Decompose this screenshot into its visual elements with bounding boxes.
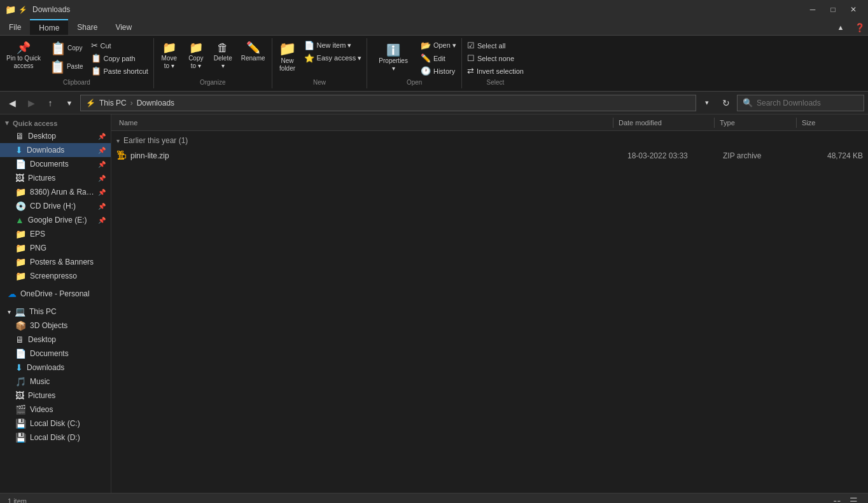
tab-home[interactable]: Home [30, 19, 68, 35]
sidebar-item-pictures[interactable]: 🖼 Pictures 📌 [0, 171, 111, 185]
sidebar-item-onedrive[interactable]: ☁ OneDrive - Personal [0, 287, 111, 301]
search-box[interactable]: 🔍 [737, 95, 864, 111]
sidebar-item-postersbanners[interactable]: 📁 Posters & Banners [0, 255, 111, 269]
copy-to-icon: 📁 [189, 42, 203, 53]
maximize-button[interactable]: □ [823, 3, 843, 16]
path-downloads[interactable]: Downloads [137, 99, 174, 107]
paste-button[interactable]: 📋 Paste [46, 58, 87, 76]
new-item-button[interactable]: 📄 New item ▾ [302, 39, 365, 52]
edit-label: Edit [433, 55, 445, 62]
path-dropdown-button[interactable]: ▾ [699, 95, 715, 111]
back-button[interactable]: ◀ [4, 95, 20, 111]
zip-file-icon: 🗜 [116, 150, 127, 162]
sidebar-item-png[interactable]: 📁 PNG [0, 241, 111, 255]
pin-to-quick-access-button[interactable]: 📌 Pin to Quickaccess [3, 39, 45, 72]
sidebar-item-localc[interactable]: 💾 Local Disk (C:) [0, 417, 111, 431]
delete-button[interactable]: 🗑 Delete▾ [210, 39, 236, 72]
file-size: 48,724 KB [799, 151, 863, 160]
pin-label: Pin to Quickaccess [6, 55, 41, 70]
edit-button[interactable]: ✏️ Edit [418, 52, 459, 64]
col-header-date[interactable]: Date modified [616, 119, 711, 127]
sidebar-item-pc-desktop[interactable]: 🖥 Desktop [0, 333, 111, 347]
invert-icon: ⇄ [467, 66, 474, 76]
cut-button[interactable]: ✂ Cut [88, 39, 151, 52]
paste-shortcut-button[interactable]: 📋 Paste shortcut [88, 65, 151, 77]
help-button[interactable]: ❓ [851, 19, 868, 36]
sidebar-item-screenpresso[interactable]: 📁 Screenpresso [0, 269, 111, 283]
forward-button[interactable]: ▶ [23, 95, 39, 111]
move-icon: 📁 [162, 42, 176, 53]
documents-icon: 📄 [15, 159, 26, 169]
move-to-button[interactable]: 📁 Moveto ▾ [157, 39, 182, 72]
copy-path-button[interactable]: 📋 Copy path [88, 52, 151, 64]
sidebar-item-eps[interactable]: 📁 EPS [0, 227, 111, 241]
sidebar-item-documents[interactable]: 📄 Documents 📌 [0, 157, 111, 171]
col-header-type[interactable]: Type [717, 119, 794, 127]
sidebar-item-cddrive[interactable]: 💿 CD Drive (H:) 📌 [0, 199, 111, 213]
sidebar-item-pc-downloads[interactable]: ⬇ Downloads [0, 361, 111, 375]
group-header-earlier[interactable]: ▾ Earlier this year (1) [111, 131, 868, 148]
sidebar-item-downloads[interactable]: ⬇ Downloads 📌 [0, 143, 111, 157]
ribbon-group-new: 📁 Newfolder 📄 New item ▾ ⭐ Easy access ▾… [272, 38, 368, 88]
move-label: Moveto ▾ [162, 55, 177, 70]
select-all-button[interactable]: ☑ Select all [465, 39, 526, 52]
cut-col: ✂ Cut 📋 Copy path 📋 Paste shortcut [88, 39, 151, 77]
close-button[interactable]: ✕ [844, 3, 863, 16]
open-button[interactable]: 📂 Open ▾ [418, 39, 459, 52]
downloads-label: Downloads [27, 146, 64, 155]
up-button[interactable]: ↑ [42, 95, 59, 111]
history-button[interactable]: 🕐 History [418, 65, 459, 77]
sidebar-item-thispc[interactable]: ▾ 💻 This PC [0, 305, 111, 319]
properties-button[interactable]: ℹ️ Properties▾ [375, 42, 412, 75]
refresh-button[interactable]: ↻ [718, 95, 734, 111]
delete-icon: 🗑 [217, 42, 228, 53]
main-area: ▾ Quick access 🖥 Desktop 📌 ⬇ Downloads 📌… [0, 114, 868, 493]
copy-to-button[interactable]: 📁 Copyto ▾ [183, 39, 209, 72]
new-folder-button[interactable]: 📁 Newfolder [275, 39, 300, 75]
open-group-label: Open [370, 79, 459, 87]
invert-label: Invert selection [477, 67, 524, 75]
sidebar-item-music[interactable]: 🎵 Music [0, 375, 111, 389]
copy-to-label: Copyto ▾ [188, 55, 203, 70]
open-col: 📂 Open ▾ ✏️ Edit 🕐 History [418, 39, 459, 77]
sidebar-item-locald[interactable]: 💾 Local Disk (D:) [0, 431, 111, 444]
col-header-size[interactable]: Size [799, 119, 863, 127]
select-none-button[interactable]: ☐ Select none [465, 52, 526, 64]
tab-share[interactable]: Share [68, 19, 106, 35]
select-buttons: ☑ Select all ☐ Select none ⇄ Invert sele… [465, 39, 526, 78]
quick-access-label: Quick access [13, 120, 57, 127]
ribbon-group-clipboard: 📌 Pin to Quickaccess 📋 Copy 📋 Paste ✂ Cu… [0, 38, 154, 88]
sidebar-item-3dobjects[interactable]: 📦 3D Objects [0, 319, 111, 333]
address-path[interactable]: ⚡ This PC › Downloads [80, 95, 696, 111]
path-this-pc[interactable]: This PC [99, 99, 127, 107]
tab-file[interactable]: File [0, 19, 30, 35]
large-icons-button[interactable]: ☰ [846, 494, 860, 504]
tab-view[interactable]: View [106, 19, 141, 35]
file-list-header: Name Date modified Type Size [111, 114, 868, 131]
col-header-name[interactable]: Name [116, 119, 610, 127]
sidebar-item-8360[interactable]: 📁 8360) Arun & Raj… 📌 [0, 185, 111, 199]
sidebar-item-quick-access-header[interactable]: ▾ Quick access [0, 117, 111, 129]
quick-access-chevron: ▾ [5, 119, 9, 127]
sidebar-item-desktop[interactable]: 🖥 Desktop 📌 [0, 129, 111, 143]
sidebar-item-googledrive[interactable]: ▲ Google Drive (E:) 📌 [0, 213, 111, 227]
details-view-button[interactable]: ⚏ [830, 494, 844, 504]
invert-selection-button[interactable]: ⇄ Invert selection [465, 65, 526, 77]
select-group-label: Select [465, 79, 526, 87]
ribbon-collapse-button[interactable]: ▲ [832, 19, 849, 36]
file-row-pinn-lite[interactable]: 🗜 pinn-lite.zip 18-03-2022 03:33 ZIP arc… [111, 148, 868, 165]
copy-path-icon: 📋 [91, 53, 101, 63]
easy-access-button[interactable]: ⭐ Easy access ▾ [302, 52, 365, 64]
eps-icon: 📁 [15, 229, 26, 239]
recent-button[interactable]: ▼ [61, 95, 78, 111]
history-label: History [433, 67, 455, 75]
rename-button[interactable]: ✏️ Rename [237, 39, 269, 65]
paste-shortcut-icon: 📋 [91, 66, 101, 76]
copy-button[interactable]: 📋 Copy [46, 39, 87, 57]
sidebar-item-pc-pictures[interactable]: 🖼 Pictures [0, 389, 111, 403]
search-input[interactable] [757, 99, 858, 107]
sidebar-item-pc-documents[interactable]: 📄 Documents [0, 347, 111, 361]
sidebar-item-videos[interactable]: 🎬 Videos [0, 403, 111, 417]
minimize-button[interactable]: ─ [803, 3, 822, 16]
address-bar: ◀ ▶ ↑ ▼ ⚡ This PC › Downloads ▾ ↻ 🔍 [0, 92, 868, 114]
